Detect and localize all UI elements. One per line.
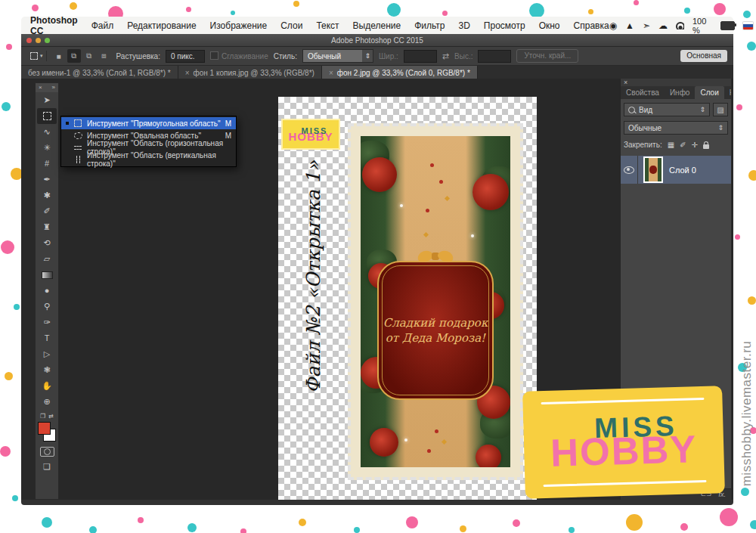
pen-tool-icon: ✑ xyxy=(43,318,50,327)
tools-panel-collapse-icon[interactable]: » xyxy=(52,83,55,92)
lasso-tool[interactable]: ∿ xyxy=(37,124,57,140)
single-row-marquee-icon xyxy=(73,146,82,150)
swap-colors-icon[interactable]: ⇄ xyxy=(48,413,54,420)
window-titlebar[interactable]: Adobe Photoshop CC 2015 xyxy=(21,34,733,47)
magic-wand-tool[interactable]: ✳ xyxy=(37,140,57,156)
lock-all-icon[interactable] xyxy=(703,144,709,149)
pen-tool[interactable]: ✑ xyxy=(37,315,57,330)
menubar-item[interactable]: Выделение xyxy=(353,20,401,31)
zoom-tool[interactable]: ⊕ xyxy=(37,394,57,410)
path-selection-tool[interactable]: ▷ xyxy=(37,346,57,362)
menubar-item[interactable]: Файл xyxy=(91,20,114,31)
lock-transparency-icon[interactable]: ▦ xyxy=(668,141,674,149)
current-tool-chip[interactable]: ▾ xyxy=(27,51,47,61)
panel-tab[interactable]: Свойства xyxy=(621,86,665,99)
decor-dot xyxy=(6,44,12,50)
crop-tool[interactable]: # xyxy=(37,156,57,172)
blend-mode-dropdown[interactable]: Обычные ⇕ xyxy=(624,121,728,135)
tools-list: ➤∿✳#✒✱✐♜⟲▱●⚲✑T▷❃✋⊕ xyxy=(37,92,57,410)
site-credit-text: misshobby.livemaster.ru xyxy=(739,289,756,533)
lock-move-icon[interactable]: ✛ xyxy=(692,141,698,149)
antialias-checkbox[interactable] xyxy=(210,51,218,60)
selection-mode-button[interactable]: ⧉ xyxy=(67,49,81,63)
close-window-button[interactable] xyxy=(26,38,32,43)
style-dropdown[interactable]: Обычный ⇕ xyxy=(302,49,373,63)
history-brush-tool-icon: ⟲ xyxy=(43,239,50,247)
blur-tool[interactable]: ● xyxy=(37,283,57,299)
menubar-item[interactable]: 3D xyxy=(459,20,470,31)
feather-input[interactable]: 0 пикс. xyxy=(166,50,205,63)
default-colors-icon[interactable]: ❐ xyxy=(40,413,45,420)
selection-mode-button[interactable]: ⧈ xyxy=(98,49,111,63)
document-canvas[interactable]: MISS HOBBY Файл №2 «Открытка 1» xyxy=(278,97,537,500)
menubar-item[interactable]: Справка xyxy=(574,20,609,31)
layer-row[interactable]: Слой 0 xyxy=(621,156,731,184)
selection-mode-button[interactable]: ■ xyxy=(52,49,66,63)
document-tab[interactable]: без имени-1 @ 33,3% (Слой 1, RGB/8*) * xyxy=(21,66,178,79)
lock-paint-icon[interactable]: ✐ xyxy=(680,141,686,149)
decor-dot xyxy=(293,1,299,7)
cursor-app-icon[interactable]: ➣ xyxy=(643,21,650,30)
history-brush-tool[interactable]: ⟲ xyxy=(37,235,57,251)
filter-toggle-button[interactable]: ▨ xyxy=(713,103,728,116)
lasso-tool-icon: ∿ xyxy=(43,128,50,136)
screen-mode-button[interactable]: ❏ xyxy=(43,462,51,472)
workspace-switcher-button[interactable]: Основная xyxy=(680,50,727,62)
gradient-tool[interactable] xyxy=(37,267,57,283)
swap-width-height-icon[interactable]: ⇄ xyxy=(442,51,449,61)
rectangular-marquee-icon xyxy=(74,119,82,127)
logo-divider-line xyxy=(541,398,704,404)
clone-stamp-tool[interactable]: ♜ xyxy=(37,219,57,235)
foreground-color-swatch[interactable] xyxy=(38,422,51,435)
height-input[interactable] xyxy=(478,50,511,63)
tool-menu-item[interactable]: Инструмент "Прямоугольная область"M xyxy=(61,117,236,129)
hand-tool[interactable]: ✋ xyxy=(37,378,57,394)
brush-tool[interactable]: ✐ xyxy=(37,203,57,219)
creative-cloud-icon[interactable]: ◉ xyxy=(609,21,617,30)
tools-panel-close-icon[interactable]: × xyxy=(39,83,42,92)
layer-visibility-cell[interactable] xyxy=(621,156,638,184)
minimize-window-button[interactable] xyxy=(36,38,41,43)
selection-mode-button[interactable]: ⧉ xyxy=(82,49,96,63)
menubar-app-menu[interactable]: Photoshop CC xyxy=(30,15,78,36)
eraser-tool[interactable]: ▱ xyxy=(37,251,57,267)
tab-close-icon[interactable]: × xyxy=(185,69,190,77)
panel-close-icon[interactable]: × xyxy=(621,79,731,86)
tab-close-icon[interactable]: × xyxy=(329,69,333,77)
zoom-window-button[interactable] xyxy=(45,38,50,43)
drive-icon[interactable]: ▲ xyxy=(625,21,634,30)
width-label: Шир.: xyxy=(379,52,398,60)
width-input[interactable] xyxy=(404,50,437,63)
menubar-item[interactable]: Текст xyxy=(316,20,339,31)
panel-tab[interactable]: Инфо xyxy=(665,86,696,99)
healing-brush-tool[interactable]: ✱ xyxy=(37,187,57,203)
rectangular-marquee-tool[interactable] xyxy=(37,108,57,124)
document-tab[interactable]: ×фон 2.jpg @ 33,3% (Слой 0, RGB/8*) * xyxy=(322,66,478,79)
keyboard-layout-flag-icon[interactable] xyxy=(743,22,753,29)
tool-menu-item[interactable]: Инструмент "Область (вертикальная строка… xyxy=(61,153,236,166)
refine-edge-button[interactable]: Уточн. край... xyxy=(516,49,578,63)
selection-mode-icon: ⧉ xyxy=(71,51,76,60)
dodge-tool[interactable]: ⚲ xyxy=(37,299,57,315)
menubar-item[interactable]: Просмотр xyxy=(484,20,525,31)
custom-shape-tool[interactable]: ❃ xyxy=(37,362,57,378)
antialias-checkbox-label[interactable]: Сглаживание xyxy=(210,51,268,60)
document-tab[interactable]: ×фон 1 копия.jpg @ 33,3% (RGB/8*) xyxy=(178,66,322,79)
quick-mask-button[interactable] xyxy=(40,447,54,457)
sync-cloud-icon[interactable]: ☁ xyxy=(658,21,668,30)
layer-filter-dropdown[interactable]: Вид ⇕ xyxy=(624,103,710,116)
panel-tab[interactable]: Контуры xyxy=(724,86,731,99)
eyedropper-tool[interactable]: ✒ xyxy=(37,172,57,187)
height-label: Выс.: xyxy=(454,52,472,60)
type-tool[interactable]: T xyxy=(37,330,57,346)
menubar-item[interactable]: Изображение xyxy=(210,20,268,31)
wifi-icon[interactable] xyxy=(676,21,684,29)
menubar-item[interactable]: Слои xyxy=(280,20,302,31)
poinsettia-flower xyxy=(476,445,501,467)
menubar-item[interactable]: Фильтр xyxy=(414,20,445,31)
panel-tab[interactable]: Слои xyxy=(695,86,723,99)
menubar-item[interactable]: Окно xyxy=(539,20,560,31)
move-tool[interactable]: ➤ xyxy=(37,92,57,108)
menubar-item[interactable]: Редактирование xyxy=(127,20,196,31)
layer-thumbnail[interactable] xyxy=(643,156,663,183)
